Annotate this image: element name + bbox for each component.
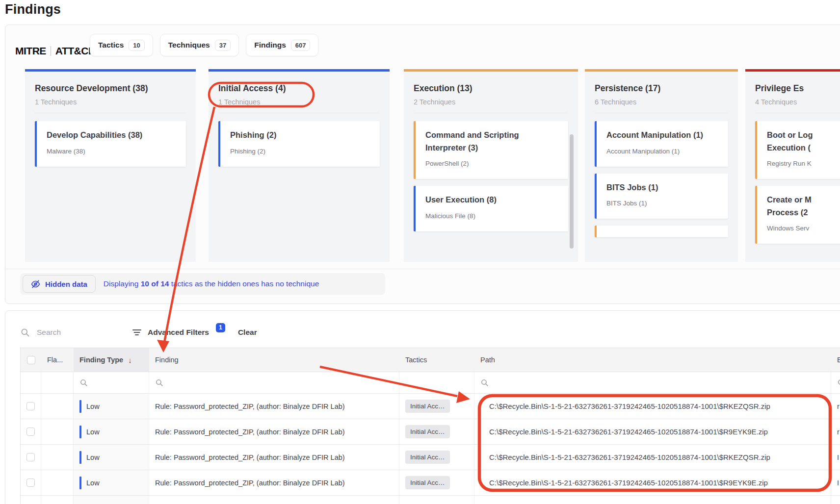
severity-cell: Low bbox=[74, 394, 149, 419]
tab-findings-label: Findings bbox=[254, 41, 286, 50]
search-icon bbox=[79, 378, 88, 387]
severity-cell: Low bbox=[74, 419, 149, 444]
technique-card-user-execution[interactable]: User Execution (8) Malicious File (8) bbox=[414, 186, 568, 231]
header-finding[interactable]: Finding bbox=[149, 348, 399, 372]
tactic-columns: Resource Development (38) 1 Techniques D… bbox=[25, 69, 840, 262]
tactic-column-initial-access: Initial Access (4) 1 Techniques Phishing… bbox=[209, 69, 390, 262]
search-input[interactable]: Search bbox=[20, 328, 123, 337]
findings-page: Findings MITRE ATT&CK ® Tactics 10 Techn… bbox=[0, 0, 840, 504]
sort-descending-icon: ↓ bbox=[128, 356, 132, 364]
technique-sub: Malware (38) bbox=[47, 148, 178, 155]
finding-row[interactable]: Low Rule: Password_protected_ZIP, (autho… bbox=[21, 393, 840, 419]
flag-cell bbox=[41, 394, 74, 419]
finding-cell: Rule: Password_protected_ZIP, (author: B… bbox=[149, 394, 399, 419]
finding-cell: Rule: Password_protected_ZIP, (author: B… bbox=[149, 419, 399, 444]
select-all-checkbox[interactable] bbox=[27, 356, 35, 364]
mitre-attack-logo: MITRE ATT&CK ® bbox=[15, 40, 99, 62]
extra-text: r bbox=[837, 403, 840, 410]
tactics-cell: Initial Acc… bbox=[399, 470, 474, 495]
tactic-tag: Initial Acc… bbox=[405, 425, 450, 438]
technique-title: User Execution (8) bbox=[425, 194, 560, 206]
extra-text: I bbox=[837, 479, 839, 487]
technique-title-line2: Process (2 bbox=[767, 206, 840, 219]
technique-sub: Registry Run K bbox=[767, 160, 840, 167]
technique-card-command-scripting[interactable]: Command and Scripting Interpreter (3) Po… bbox=[414, 121, 568, 179]
mitre-wordmark: MITRE bbox=[15, 45, 46, 57]
severity-label: Low bbox=[86, 428, 100, 436]
tab-techniques[interactable]: Techniques 37 bbox=[160, 34, 239, 56]
technique-card-boot-logon[interactable]: Boot or Log Execution ( Registry Run K bbox=[755, 121, 840, 179]
column-scrollbar[interactable] bbox=[570, 134, 574, 249]
header-path[interactable]: Path bbox=[474, 348, 831, 372]
technique-card-create-modify-process[interactable]: Create or M Process (2 Windows Serv bbox=[755, 186, 840, 244]
search-icon bbox=[20, 328, 30, 337]
filter-lines-icon bbox=[132, 328, 142, 337]
severity-bar bbox=[79, 451, 81, 464]
finding-row[interactable]: Low Rule: Password_protected_ZIP, (autho… bbox=[21, 444, 840, 470]
tab-techniques-count: 37 bbox=[215, 40, 231, 51]
flag-cell bbox=[41, 496, 74, 504]
filter-finding[interactable] bbox=[149, 372, 399, 393]
severity-cell bbox=[74, 496, 149, 504]
row-checkbox[interactable] bbox=[26, 402, 35, 410]
filter-finding-type[interactable] bbox=[74, 372, 149, 393]
advanced-filters-button[interactable]: Advanced Filters 1 bbox=[132, 328, 225, 337]
path-text: C:\$Recycle.Bin\S-1-5-21-632736261-37192… bbox=[480, 428, 768, 436]
tab-tactics[interactable]: Tactics 10 bbox=[90, 34, 153, 56]
tactic-subtitle: 4 Techniques bbox=[755, 98, 840, 113]
technique-title: Account Manipulation (1) bbox=[606, 129, 720, 142]
technique-sub: BITS Jobs (1) bbox=[606, 200, 720, 207]
finding-text: Rule: Password_protected_ZIP, (author: B… bbox=[155, 428, 345, 436]
technique-sub: Malicious File (8) bbox=[425, 212, 560, 220]
header-extra[interactable]: E bbox=[831, 348, 840, 372]
row-checkbox-cell bbox=[21, 445, 41, 470]
flag-cell bbox=[41, 419, 74, 444]
header-finding-type-label: Finding Type bbox=[79, 356, 123, 364]
row-checkbox[interactable] bbox=[26, 453, 35, 461]
tactic-tag: Initial Acc… bbox=[405, 476, 450, 489]
technique-card-develop-capabilities[interactable]: Develop Capabilities (38) Malware (38) bbox=[35, 121, 186, 167]
filter-extra[interactable] bbox=[831, 372, 840, 393]
finding-row-partial[interactable] bbox=[21, 495, 840, 504]
technique-sub: PowerShell (2) bbox=[425, 160, 560, 167]
technique-title: Develop Capabilities (38) bbox=[47, 129, 178, 142]
search-icon bbox=[837, 378, 840, 387]
path-text: C:\$Recycle.Bin\S-1-5-21-632736261-37192… bbox=[480, 479, 768, 487]
row-checkbox-cell bbox=[21, 470, 41, 495]
severity-cell: Low bbox=[74, 470, 149, 495]
path-cell: C:\$Recycle.Bin\S-1-5-21-632736261-37192… bbox=[474, 470, 831, 495]
technique-card-partial[interactable] bbox=[595, 226, 728, 237]
findings-table-card: Search Advanced Filters 1 Clear Fla... F… bbox=[5, 310, 840, 504]
path-cell bbox=[474, 496, 831, 504]
row-checkbox[interactable] bbox=[26, 428, 35, 436]
header-flag[interactable]: Fla... bbox=[41, 348, 74, 372]
hidden-data-button[interactable]: Hidden data bbox=[23, 275, 96, 293]
filter-count-badge: 1 bbox=[216, 323, 225, 332]
tactics-cell: Initial Acc… bbox=[399, 419, 474, 444]
tactic-column-execution: Execution (13) 2 Techniques Command and … bbox=[404, 69, 578, 262]
finding-row[interactable]: Low Rule: Password_protected_ZIP, (autho… bbox=[21, 470, 840, 495]
technique-title: BITS Jobs (1) bbox=[606, 181, 720, 194]
card-divider bbox=[5, 269, 840, 269]
technique-title-line1: Boot or Log bbox=[767, 129, 840, 142]
filter-path[interactable] bbox=[474, 372, 831, 393]
search-icon bbox=[155, 378, 163, 387]
technique-sub: Account Manipulation (1) bbox=[606, 148, 720, 155]
technique-card-phishing[interactable]: Phishing (2) Phishing (2) bbox=[218, 121, 380, 167]
row-checkbox[interactable] bbox=[26, 479, 35, 487]
hidden-data-strip: Hidden data Displaying 10 of 14 tactics … bbox=[20, 273, 385, 295]
path-cell: C:\$Recycle.Bin\S-1-5-21-632736261-37192… bbox=[474, 419, 831, 444]
search-icon bbox=[480, 378, 489, 387]
technique-card-account-manipulation[interactable]: Account Manipulation (1) Account Manipul… bbox=[595, 121, 728, 167]
extra-text: I bbox=[837, 454, 839, 461]
technique-card-bits-jobs[interactable]: BITS Jobs (1) BITS Jobs (1) bbox=[595, 174, 728, 219]
path-cell: C:\$Recycle.Bin\S-1-5-21-632736261-37192… bbox=[474, 445, 831, 470]
header-finding-type[interactable]: Finding Type↓ bbox=[74, 348, 149, 372]
clear-filters-button[interactable]: Clear bbox=[238, 328, 257, 337]
finding-row[interactable]: Low Rule: Password_protected_ZIP, (autho… bbox=[21, 419, 840, 444]
tab-findings[interactable]: Findings 607 bbox=[246, 34, 318, 56]
finding-text: Rule: Password_protected_ZIP, (author: B… bbox=[155, 479, 345, 487]
search-placeholder: Search bbox=[37, 328, 61, 337]
tactic-title: Execution (13) bbox=[414, 83, 568, 94]
header-tactics[interactable]: Tactics bbox=[399, 348, 474, 372]
